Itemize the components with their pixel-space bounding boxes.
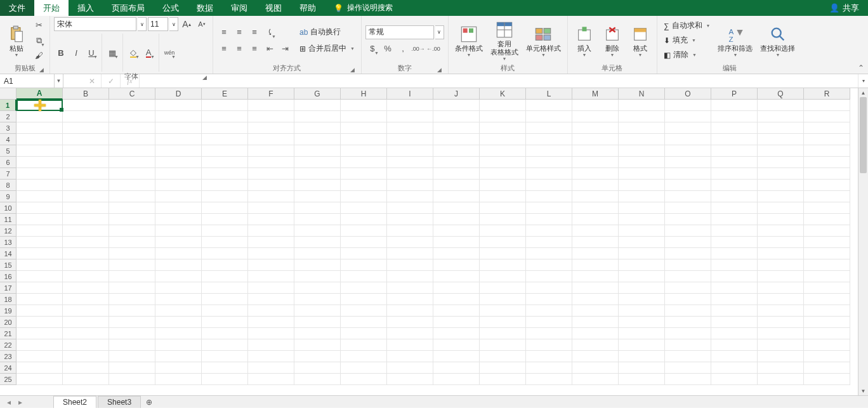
cell[interactable] bbox=[758, 351, 804, 362]
delete-cells-button[interactable]: 删除 ▼ bbox=[600, 23, 625, 58]
cell[interactable] bbox=[758, 145, 804, 157]
cell[interactable] bbox=[619, 180, 665, 191]
cell[interactable] bbox=[804, 259, 850, 271]
new-sheet-button[interactable]: ⊕ bbox=[142, 397, 156, 408]
autosum-button[interactable]: ∑ 自动求和 ▼ bbox=[661, 19, 713, 33]
cell[interactable] bbox=[248, 122, 294, 134]
cell[interactable] bbox=[665, 294, 711, 305]
row-header[interactable]: 11 bbox=[0, 214, 16, 225]
cell[interactable] bbox=[526, 294, 572, 305]
column-header[interactable]: P bbox=[711, 88, 758, 100]
cell[interactable] bbox=[248, 202, 294, 214]
cell[interactable] bbox=[572, 202, 619, 214]
format-cells-button[interactable]: 格式 ▼ bbox=[628, 23, 653, 58]
phonetic-button[interactable]: wén▼ bbox=[162, 46, 176, 60]
expand-formula-bar-button[interactable]: ▾ bbox=[858, 74, 868, 88]
cell[interactable] bbox=[155, 328, 202, 339]
tab-page-layout[interactable]: 页面布局 bbox=[103, 0, 154, 16]
cell[interactable] bbox=[16, 214, 63, 225]
cell[interactable] bbox=[16, 202, 63, 214]
cell[interactable] bbox=[711, 157, 758, 168]
cell[interactable] bbox=[665, 339, 711, 351]
cell[interactable] bbox=[109, 294, 155, 305]
cell[interactable] bbox=[16, 248, 63, 259]
cell[interactable] bbox=[758, 225, 804, 237]
cell[interactable] bbox=[711, 122, 758, 134]
cell[interactable] bbox=[202, 294, 248, 305]
cell[interactable] bbox=[294, 202, 341, 214]
cell[interactable] bbox=[294, 168, 341, 180]
cell[interactable] bbox=[619, 237, 665, 248]
cell[interactable] bbox=[711, 362, 758, 374]
cell[interactable] bbox=[480, 134, 526, 145]
cell[interactable] bbox=[480, 259, 526, 271]
cell[interactable] bbox=[758, 248, 804, 259]
cell[interactable] bbox=[619, 191, 665, 202]
bold-button[interactable]: B bbox=[54, 46, 68, 60]
row-header[interactable]: 19 bbox=[0, 305, 16, 317]
cell[interactable] bbox=[155, 180, 202, 191]
cell[interactable] bbox=[711, 237, 758, 248]
cell[interactable] bbox=[572, 191, 619, 202]
cell[interactable] bbox=[294, 122, 341, 134]
cell[interactable] bbox=[109, 339, 155, 351]
name-box[interactable]: A1 bbox=[0, 74, 55, 88]
cell[interactable] bbox=[526, 259, 572, 271]
cell[interactable] bbox=[109, 145, 155, 157]
cell[interactable] bbox=[711, 111, 758, 122]
font-name-combo[interactable]: 宋体 bbox=[54, 17, 136, 31]
cell[interactable] bbox=[202, 202, 248, 214]
cell[interactable] bbox=[572, 122, 619, 134]
cell[interactable] bbox=[109, 305, 155, 317]
cell[interactable] bbox=[758, 374, 804, 385]
cell[interactable] bbox=[480, 225, 526, 237]
cell[interactable] bbox=[572, 259, 619, 271]
cell[interactable] bbox=[341, 317, 387, 328]
column-header[interactable]: M bbox=[572, 88, 619, 100]
cell[interactable] bbox=[155, 248, 202, 259]
sheet-nav-prev[interactable]: ▸ bbox=[15, 398, 25, 407]
orientation-button[interactable]: ⤹▼ bbox=[263, 25, 277, 39]
collapse-ribbon-button[interactable]: ⌃ bbox=[858, 63, 864, 72]
number-format-combo[interactable]: 常规 bbox=[365, 25, 434, 39]
font-color-button[interactable]: A▼ bbox=[141, 46, 155, 60]
cell[interactable] bbox=[387, 317, 433, 328]
sort-filter-button[interactable]: AZ 排序和筛选 ▼ bbox=[715, 23, 755, 58]
cell[interactable] bbox=[16, 317, 63, 328]
row-header[interactable]: 9 bbox=[0, 191, 16, 202]
cell[interactable] bbox=[804, 225, 850, 237]
cell[interactable] bbox=[572, 134, 619, 145]
cell[interactable] bbox=[63, 282, 109, 294]
cell[interactable] bbox=[480, 362, 526, 374]
cell[interactable] bbox=[248, 374, 294, 385]
cell[interactable] bbox=[526, 100, 572, 111]
cell[interactable] bbox=[248, 100, 294, 111]
cell[interactable] bbox=[665, 180, 711, 191]
cell[interactable] bbox=[526, 374, 572, 385]
cell[interactable] bbox=[711, 259, 758, 271]
cell[interactable] bbox=[63, 351, 109, 362]
row-header[interactable]: 10 bbox=[0, 202, 16, 214]
cell[interactable] bbox=[480, 339, 526, 351]
cell[interactable] bbox=[572, 225, 619, 237]
column-header[interactable]: J bbox=[433, 88, 480, 100]
row-header[interactable]: 4 bbox=[0, 134, 16, 145]
cell[interactable] bbox=[63, 271, 109, 282]
cell[interactable] bbox=[341, 294, 387, 305]
cell[interactable] bbox=[202, 168, 248, 180]
cell[interactable] bbox=[341, 225, 387, 237]
cell[interactable] bbox=[758, 237, 804, 248]
wrap-text-button[interactable]: ab 自动换行 bbox=[297, 25, 357, 39]
cell[interactable] bbox=[804, 145, 850, 157]
alignment-launcher[interactable]: ◢ bbox=[350, 67, 356, 73]
cell[interactable] bbox=[758, 180, 804, 191]
cell[interactable] bbox=[433, 145, 480, 157]
cell[interactable] bbox=[16, 259, 63, 271]
cell[interactable] bbox=[433, 214, 480, 225]
cell[interactable] bbox=[711, 351, 758, 362]
cell[interactable] bbox=[109, 328, 155, 339]
cell[interactable] bbox=[202, 122, 248, 134]
row-header[interactable]: 24 bbox=[0, 362, 16, 374]
row-header[interactable]: 13 bbox=[0, 237, 16, 248]
cell[interactable] bbox=[758, 202, 804, 214]
